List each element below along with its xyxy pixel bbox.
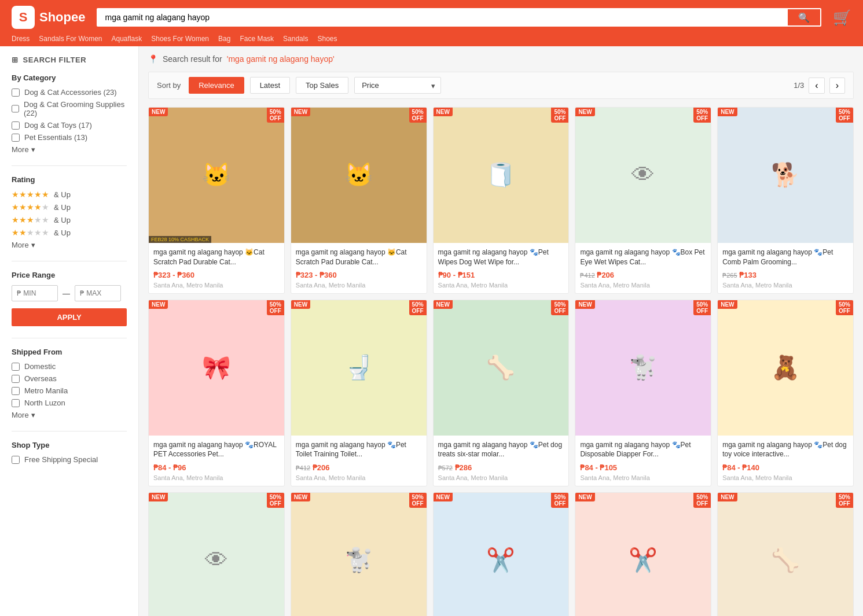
product-card[interactable]: 🐱 NEW 50%OFF FEB28 10% CASHBACK mga gami… [148, 107, 285, 294]
logo[interactable]: S Shopee [12, 6, 85, 29]
shipped-north-luzon[interactable]: North Luzon [12, 399, 127, 407]
sort-price-select[interactable]: Price Price: Low to High Price: High to … [354, 77, 441, 94]
product-image-wrap: 🧸 NEW 50%OFF [718, 300, 853, 436]
header-link-dress[interactable]: Dress [12, 35, 30, 43]
product-card[interactable]: 🐱 NEW 50%OFF mga gamit ng alagang hayop … [291, 107, 427, 294]
search-input[interactable] [97, 8, 787, 27]
category-title: By Category [12, 73, 127, 82]
content-area: 📍 Search result for 'mga gamit ng alagan… [139, 46, 863, 616]
rating-title: Rating [12, 175, 127, 184]
prev-page-button[interactable]: ‹ [809, 78, 824, 94]
rating-more-button[interactable]: More ▾ [12, 241, 127, 249]
product-discount-badge: 50%OFF [836, 300, 853, 315]
product-price: ₱323 - ₱360 [153, 271, 194, 279]
product-discount-badge: 50%OFF [693, 300, 711, 315]
shipped-checkbox-metro[interactable] [12, 387, 20, 395]
sort-label: Sort by [157, 81, 181, 90]
sort-latest-button[interactable]: Latest [250, 77, 290, 94]
product-discount-badge: 50%OFF [409, 108, 427, 123]
category-item-accessories[interactable]: Dog & Cat Accessories (23) [12, 88, 127, 97]
product-card[interactable]: 🦴 NEW 50%OFF mga gamit ng alagang hayop … [717, 492, 854, 616]
rating-2star[interactable]: ★★★★★ & Up [12, 228, 127, 237]
product-card[interactable]: ✂️ NEW 50%OFF mga gamit ng alagang hayop… [575, 492, 711, 616]
divider-4 [12, 431, 127, 431]
product-info: mga gamit ng alagang hayop 🐾Pet dog toy … [718, 436, 853, 486]
header-link-bag[interactable]: Bag [218, 35, 230, 43]
product-card[interactable]: 🐩 NEW 50%OFF mga gamit ng alagang hayop … [575, 300, 711, 486]
rating-4-label: & Up [54, 203, 71, 212]
shipped-checkbox-overseas[interactable] [12, 375, 20, 383]
shipped-more-button[interactable]: More ▾ [12, 411, 127, 419]
product-card[interactable]: 🐩 NEW 50%OFF mga gamit ng alagang hayop … [291, 492, 427, 616]
shipped-domestic[interactable]: Domestic [12, 362, 127, 371]
price-max-input[interactable] [75, 285, 121, 301]
product-orig-price: ₱265 [722, 272, 737, 279]
header-link-aquaflask[interactable]: Aquaflask [112, 35, 142, 43]
search-button[interactable]: 🔍 [787, 8, 821, 27]
cart-button[interactable]: 🛒 [833, 9, 851, 27]
product-image: 👁 [149, 493, 284, 616]
product-card[interactable]: ✂️ NEW 50%OFF mga gamit ng alagang hayop… [433, 492, 570, 616]
price-min-input[interactable] [12, 285, 58, 301]
product-name: mga gamit ng alagang hayop 🐾Pet Disposab… [580, 440, 706, 460]
sort-topsales-button[interactable]: Top Sales [296, 77, 348, 94]
product-card[interactable]: 🎀 NEW 50%OFF mga gamit ng alagang hayop … [148, 300, 285, 486]
product-card[interactable]: 🚽 NEW 50%OFF mga gamit ng alagang hayop … [291, 300, 427, 486]
shipped-title: Shipped From [12, 348, 127, 356]
logo-icon: S [12, 6, 35, 29]
category-checkbox-toys[interactable] [12, 121, 20, 130]
rating-3star[interactable]: ★★★★★ & Up [12, 215, 127, 224]
rating-5star[interactable]: ★★★★★ & Up [12, 190, 127, 199]
product-info: mga gamit ng alagang hayop 🐾ROYAL PET Ac… [149, 436, 284, 486]
category-checkbox-essentials[interactable] [12, 134, 20, 142]
product-image-wrap: 👁 NEW 50%OFF [149, 493, 284, 616]
product-name: mga gamit ng alagang hayop 🐾ROYAL PET Ac… [153, 440, 280, 460]
divider-2 [12, 261, 127, 261]
header-link-shoes[interactable]: Shoes [317, 35, 337, 43]
apply-price-button[interactable]: APPLY [12, 308, 127, 326]
price-range-inputs: — [12, 285, 127, 301]
shipped-metro-manila[interactable]: Metro Manila [12, 386, 127, 395]
product-name: mga gamit ng alagang hayop 🐾Pet dog toy … [722, 440, 849, 460]
category-more-button[interactable]: More ▾ [12, 145, 127, 154]
product-price-row: ₱84 - ₱96 [153, 463, 280, 472]
category-item-grooming[interactable]: Dog & Cat Grooming Supplies (22) [12, 100, 127, 117]
header-link-facemask[interactable]: Face Mask [240, 35, 274, 43]
product-info: mga gamit ng alagang hayop 🐾Pet Wipes Do… [434, 243, 569, 293]
product-new-badge: NEW [434, 300, 453, 309]
header-top: S Shopee 🔍 🛒 [12, 6, 851, 35]
logo-text: Shopee [39, 10, 85, 25]
product-card[interactable]: 🦴 NEW 50%OFF mga gamit ng alagang hayop … [433, 300, 570, 486]
category-checkbox-accessories[interactable] [12, 88, 20, 97]
category-checkbox-grooming[interactable] [12, 105, 19, 113]
product-location: Santa Ana, Metro Manila [438, 282, 564, 289]
product-card[interactable]: 🧻 NEW 50%OFF mga gamit ng alagang hayop … [433, 107, 570, 294]
product-card[interactable]: 🐕 NEW 50%OFF mga gamit ng alagang hayop … [717, 107, 854, 294]
product-card[interactable]: 👁 NEW 50%OFF mga gamit ng alagang hayop … [148, 492, 285, 616]
sidebar: ⊞ SEARCH FILTER By Category Dog & Cat Ac… [0, 46, 139, 616]
shop-type-free-shipping[interactable]: Free Shipping Special [12, 455, 127, 464]
cart-icon: 🛒 [833, 9, 851, 26]
header-link-sandals-women[interactable]: Sandals For Women [39, 35, 102, 43]
header-links: Dress Sandals For Women Aquaflask Shoes … [12, 35, 851, 46]
category-item-essentials[interactable]: Pet Essentials (13) [12, 133, 127, 142]
price-filter: Price Range — APPLY [12, 271, 127, 326]
product-card[interactable]: 👁 NEW 50%OFF mga gamit ng alagang hayop … [575, 107, 711, 294]
product-discount-badge: 50%OFF [409, 300, 427, 315]
product-image: 👁 [575, 108, 711, 243]
product-image: 🐩 [575, 300, 711, 436]
product-card[interactable]: 🧸 NEW 50%OFF mga gamit ng alagang hayop … [717, 300, 854, 486]
category-item-toys[interactable]: Dog & Cat Toys (17) [12, 121, 127, 130]
shipped-checkbox-north[interactable] [12, 399, 20, 407]
sort-relevance-button[interactable]: Relevance [189, 77, 244, 94]
header-link-sandals[interactable]: Sandals [283, 35, 308, 43]
rating-4star[interactable]: ★★★★★ & Up [12, 202, 127, 212]
shipped-checkbox-domestic[interactable] [12, 363, 20, 371]
shipped-overseas[interactable]: Overseas [12, 374, 127, 383]
rating-5-label: & Up [54, 190, 71, 199]
product-info: mga gamit ng alagang hayop 🐱Cat Scratch … [291, 243, 427, 293]
header-link-shoes-women[interactable]: Shoes For Women [151, 35, 209, 43]
next-page-button[interactable]: › [829, 78, 845, 94]
shop-type-checkbox-free[interactable] [12, 456, 20, 464]
pagination-text: 1/3 [794, 81, 804, 90]
